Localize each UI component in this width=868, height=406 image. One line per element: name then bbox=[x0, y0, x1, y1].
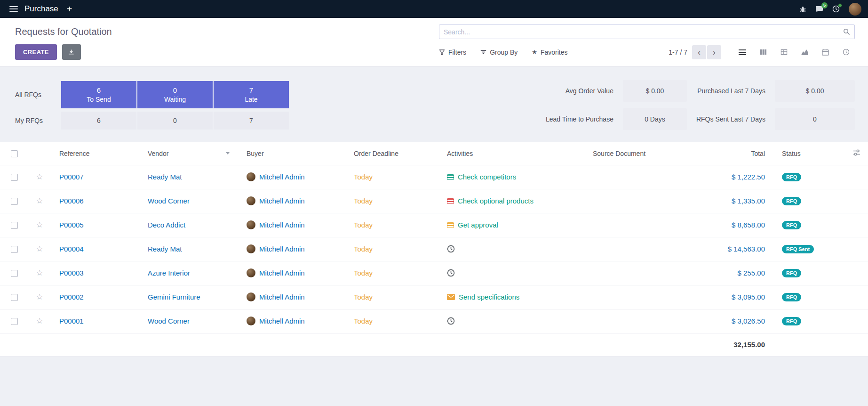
messages-icon[interactable]: 5 bbox=[815, 6, 823, 13]
create-button[interactable]: CREATE bbox=[15, 44, 57, 60]
row-checkbox[interactable] bbox=[11, 222, 18, 229]
row-checkbox[interactable] bbox=[11, 270, 18, 277]
status-badge: RFQ bbox=[782, 317, 801, 325]
reference-link[interactable]: P00005 bbox=[59, 221, 84, 229]
reference-link[interactable]: P00002 bbox=[59, 293, 84, 301]
favorite-star-icon[interactable]: ☆ bbox=[36, 268, 43, 277]
vendor-link[interactable]: Ready Mat bbox=[148, 245, 182, 253]
vendor-link[interactable]: Wood Corner bbox=[148, 197, 190, 205]
header-order-deadline[interactable]: Order Deadline bbox=[345, 142, 438, 165]
search-input[interactable] bbox=[444, 28, 843, 36]
pager-next-button[interactable]: › bbox=[707, 45, 721, 59]
row-checkbox[interactable] bbox=[11, 246, 18, 253]
table-row[interactable]: ☆ P00004 Ready Mat Mitchell Admin Today … bbox=[0, 237, 868, 261]
activities-clock-icon[interactable] bbox=[832, 5, 840, 13]
calendar-view-icon[interactable] bbox=[816, 45, 834, 59]
table-row[interactable]: ☆ P00003 Azure Interior Mitchell Admin T… bbox=[0, 261, 868, 285]
stat-value-rfqs-sent-last-7-days: 0 bbox=[775, 108, 855, 130]
vendor-link[interactable]: Azure Interior bbox=[148, 269, 190, 277]
kpi-tile-late[interactable]: 7 Late bbox=[214, 81, 289, 108]
table-footer-row: 32,155.00 bbox=[0, 333, 868, 356]
buyer-avatar bbox=[247, 244, 255, 253]
table-row[interactable]: ☆ P00006 Wood Corner Mitchell Admin Toda… bbox=[0, 189, 868, 213]
pivot-view-icon[interactable] bbox=[775, 45, 793, 59]
kanban-view-icon[interactable] bbox=[754, 45, 772, 59]
buyer-link[interactable]: Mitchell Admin bbox=[259, 173, 305, 181]
reference-link[interactable]: P00006 bbox=[59, 197, 84, 205]
header-buyer[interactable]: Buyer bbox=[238, 142, 345, 165]
table-row[interactable]: ☆ P00005 Deco Addict Mitchell Admin Toda… bbox=[0, 213, 868, 237]
table-row[interactable]: ☆ P00007 Ready Mat Mitchell Admin Today … bbox=[0, 165, 868, 189]
app-menu-button[interactable]: Purchase bbox=[24, 4, 58, 14]
kpi-tile-my-late[interactable]: 7 bbox=[214, 112, 289, 130]
kpi-tile-waiting[interactable]: 0 Waiting bbox=[137, 81, 213, 108]
buyer-link[interactable]: Mitchell Admin bbox=[259, 317, 305, 325]
activity-label[interactable]: Check optional products bbox=[458, 197, 534, 205]
reference-link[interactable]: P00003 bbox=[59, 269, 84, 277]
activity-clock-icon[interactable] bbox=[447, 317, 455, 325]
table-header-row: Reference Vendor Buyer Order Deadline Ac… bbox=[0, 142, 868, 165]
buyer-link[interactable]: Mitchell Admin bbox=[259, 245, 305, 253]
header-status[interactable]: Status bbox=[773, 142, 845, 165]
row-checkbox[interactable] bbox=[11, 198, 18, 205]
menu-icon[interactable] bbox=[9, 6, 18, 12]
vendor-link[interactable]: Gemini Furniture bbox=[148, 293, 200, 301]
new-tab-plus-icon[interactable]: + bbox=[67, 4, 72, 14]
buyer-link[interactable]: Mitchell Admin bbox=[259, 221, 305, 229]
filters-button[interactable]: Filters bbox=[439, 49, 466, 56]
list-view-icon[interactable] bbox=[733, 45, 751, 59]
user-avatar[interactable] bbox=[849, 3, 861, 16]
activity-label[interactable]: Get approval bbox=[458, 221, 498, 229]
row-checkbox[interactable] bbox=[11, 174, 18, 181]
buyer-link[interactable]: Mitchell Admin bbox=[259, 269, 305, 277]
vendor-link[interactable]: Ready Mat bbox=[148, 173, 182, 181]
total-amount: $ 1,222.50 bbox=[732, 173, 765, 181]
optional-columns-icon[interactable] bbox=[853, 149, 860, 156]
filter-funnel-icon bbox=[439, 49, 445, 55]
table-row[interactable]: ☆ P00001 Wood Corner Mitchell Admin Toda… bbox=[0, 309, 868, 333]
reference-link[interactable]: P00004 bbox=[59, 245, 84, 253]
activity-clock-icon[interactable] bbox=[447, 269, 455, 277]
activity-envelope-icon[interactable] bbox=[447, 294, 455, 300]
activity-view-icon[interactable] bbox=[837, 45, 855, 59]
favorite-star-icon[interactable]: ☆ bbox=[36, 196, 43, 205]
reference-link[interactable]: P00001 bbox=[59, 317, 84, 325]
search-options: Filters Group By ★ Favorites bbox=[439, 49, 568, 56]
buyer-link[interactable]: Mitchell Admin bbox=[259, 197, 305, 205]
favorite-star-icon[interactable]: ☆ bbox=[36, 317, 43, 325]
activity-label[interactable]: Send specifications bbox=[459, 293, 519, 301]
row-checkbox[interactable] bbox=[11, 318, 18, 325]
debug-bug-icon[interactable] bbox=[799, 6, 806, 13]
kpi-tile-my-waiting[interactable]: 0 bbox=[137, 112, 213, 130]
activity-clock-icon[interactable] bbox=[447, 245, 455, 253]
activity-list-icon[interactable] bbox=[447, 174, 454, 180]
vendor-link[interactable]: Wood Corner bbox=[148, 317, 190, 325]
kpi-tile-my-to-send[interactable]: 6 bbox=[61, 112, 136, 130]
row-checkbox[interactable] bbox=[11, 294, 18, 301]
buyer-avatar bbox=[247, 196, 255, 205]
reference-link[interactable]: P00007 bbox=[59, 173, 84, 181]
header-reference[interactable]: Reference bbox=[51, 142, 139, 165]
favorite-star-icon[interactable]: ☆ bbox=[36, 172, 43, 181]
header-activities[interactable]: Activities bbox=[438, 142, 584, 165]
activity-list-icon[interactable] bbox=[447, 222, 454, 228]
graph-view-icon[interactable] bbox=[796, 45, 813, 59]
group-by-button[interactable]: Group By bbox=[480, 49, 518, 56]
search-icon[interactable] bbox=[843, 28, 850, 35]
activity-label[interactable]: Check competitors bbox=[458, 173, 516, 181]
table-row[interactable]: ☆ P00002 Gemini Furniture Mitchell Admin… bbox=[0, 285, 868, 309]
activity-list-icon[interactable] bbox=[447, 198, 454, 204]
kpi-tile-to-send[interactable]: 6 To Send bbox=[61, 81, 136, 108]
select-all-checkbox[interactable] bbox=[11, 150, 18, 157]
favorite-star-icon[interactable]: ☆ bbox=[36, 244, 43, 253]
header-source-document[interactable]: Source Document bbox=[584, 142, 693, 165]
pager-previous-button[interactable]: ‹ bbox=[692, 45, 706, 59]
header-total[interactable]: Total bbox=[693, 142, 773, 165]
favorites-button[interactable]: ★ Favorites bbox=[532, 49, 567, 56]
favorite-star-icon[interactable]: ☆ bbox=[36, 292, 43, 301]
export-button[interactable] bbox=[62, 44, 81, 60]
buyer-link[interactable]: Mitchell Admin bbox=[259, 293, 305, 301]
header-vendor[interactable]: Vendor bbox=[139, 142, 238, 165]
vendor-link[interactable]: Deco Addict bbox=[148, 221, 185, 229]
favorite-star-icon[interactable]: ☆ bbox=[36, 220, 43, 229]
